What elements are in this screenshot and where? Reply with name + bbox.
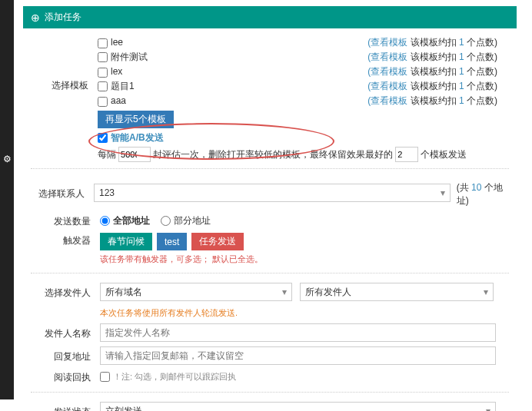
sender-note: 本次任务将使用所有发件人轮流发送. (100, 307, 238, 319)
sender-name-input[interactable] (100, 323, 496, 342)
ab-text: 个模板发送 (421, 149, 467, 160)
dialog-header: ⊕ 添加任务 (23, 6, 517, 28)
ab-checkbox[interactable] (98, 133, 108, 143)
template-checkbox[interactable] (98, 52, 108, 62)
label-read-receipt: 阅读回执 (31, 370, 100, 384)
view-template-link[interactable]: (查看模板 (367, 37, 407, 48)
label-send-count: 发送数量 (31, 214, 100, 228)
template-name: 题目1 (111, 81, 135, 91)
sender-domain-select[interactable]: 所有域名▾ (100, 283, 292, 301)
label-contact: 选择联系人 (31, 186, 94, 201)
label-sender: 选择发件人 (31, 285, 100, 300)
caret-icon: ▾ (484, 287, 488, 297)
view-template-link[interactable]: (查看模板 (367, 81, 407, 91)
trigger-button[interactable]: test (157, 233, 187, 250)
read-receipt-checkbox[interactable] (100, 372, 110, 382)
label-sender-name: 发件人名称 (31, 326, 100, 340)
template-name: lee (111, 37, 123, 48)
template-row: 题目1 (查看模板 该模板约扣 1 个点数) (98, 80, 497, 93)
ab-text: 每隔 (98, 149, 116, 160)
caret-icon: ▾ (486, 406, 490, 411)
label-reply: 回复地址 (31, 349, 100, 363)
template-name: aaa (111, 95, 126, 106)
trigger-button[interactable]: 任务发送 (191, 233, 244, 250)
ab-title: 智能A/B发送 (111, 132, 164, 143)
dialog-title: 添加任务 (45, 11, 81, 24)
reply-input[interactable] (100, 346, 496, 365)
caret-icon: ▾ (441, 187, 445, 198)
trigger-note: 该任务带有触发器，可多选； 默认已全选。 (100, 254, 263, 265)
send-part-radio[interactable]: 部分地址 (161, 214, 211, 227)
template-row: aaa (查看模板 该模板约扣 1 个点数) (98, 94, 497, 108)
template-checkbox[interactable] (98, 97, 108, 107)
send-all-radio[interactable]: 全部地址 (100, 214, 150, 227)
ab-interval-input[interactable] (118, 147, 151, 162)
view-template-link[interactable]: (查看模板 (367, 95, 407, 106)
template-checkbox[interactable] (98, 38, 108, 48)
show-more-templates-button[interactable]: 再显示5个模板 (98, 111, 174, 128)
template-name: lex (111, 66, 122, 77)
template-row: lex (查看模板 该模板约扣 1 个点数) (98, 65, 497, 78)
caret-icon: ▾ (282, 287, 287, 297)
template-checkbox[interactable] (98, 81, 108, 91)
template-name: 附件测试 (111, 51, 148, 62)
contact-select[interactable]: 123▾ (94, 184, 451, 202)
template-checkbox[interactable] (98, 68, 108, 78)
ab-keep-input[interactable] (395, 147, 418, 162)
template-row: lee (查看模板 该模板约扣 1 个点数) (98, 36, 497, 49)
label-status: 发送状态 (31, 404, 100, 412)
sender-user-select[interactable]: 所有发件人▾ (300, 283, 494, 301)
trigger-button[interactable]: 春节问候 (100, 233, 152, 250)
plus-icon: ⊕ (31, 12, 40, 24)
status-select[interactable]: 立刻发送▾ (100, 402, 496, 411)
template-row: 附件测试 (查看模板 该模板约扣 1 个点数) (98, 51, 497, 64)
label-trigger: 触发器 (31, 233, 100, 247)
view-template-link[interactable]: (查看模板 (367, 66, 407, 77)
label-templates: 选择模板 (31, 36, 98, 92)
view-template-link[interactable]: (查看模板 (367, 51, 407, 62)
ab-text: 封评估一次，删除打开率较低的模板，最终保留效果最好的 (153, 149, 393, 160)
read-note: ！注: 勾选，则邮件可以跟踪回执 (113, 371, 236, 383)
